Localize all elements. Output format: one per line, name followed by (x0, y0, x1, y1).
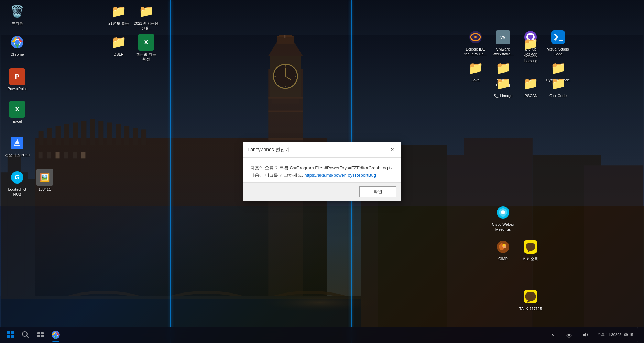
fancyzones-dialog: FancyZones 편집기 × 다음에 오류 기록됨 C:#Program F… (243, 142, 401, 201)
dialog-message-line2-prefix: 다음에 버그를 신고하세요. (250, 173, 304, 178)
dialog-report-link[interactable]: https://aka.ms/powerToysReportBug (304, 173, 376, 178)
dialog-message: 다음에 오류 기록됨 C:#Program Files#PowerToys#FZ… (250, 165, 394, 179)
dialog-footer: 확인 (243, 182, 401, 201)
dialog-confirm-button[interactable]: 확인 (359, 186, 396, 197)
dialog-body: 다음에 오류 기록됨 C:#Program Files#PowerToys#FZ… (243, 158, 401, 182)
dialog-overlay: FancyZones 편집기 × 다음에 오류 기록됨 C:#Program F… (0, 0, 644, 343)
dialog-close-button[interactable]: × (388, 146, 396, 154)
dialog-title-text: FancyZones 편집기 (248, 147, 290, 153)
dialog-titlebar: FancyZones 편집기 × (243, 142, 401, 158)
dialog-message-line1: 다음에 오류 기록됨 C:#Program Files#PowerToys#FZ… (250, 165, 394, 170)
